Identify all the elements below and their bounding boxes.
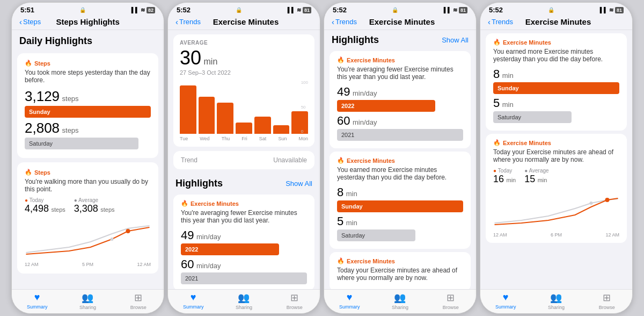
ex-category-4a: Exercise Minutes <box>503 39 551 46</box>
ex-metric-3a1: 49 min/day <box>337 85 463 99</box>
tab-browse-3[interactable]: ⊞ Browse <box>426 292 476 310</box>
nav-bar-2: ‹ Trends Exercise Minutes <box>168 15 320 30</box>
metric-unit-1: steps <box>62 95 79 103</box>
ex-label-2: 🔥 Exercise Minutes <box>181 200 307 207</box>
show-all-2[interactable]: Show All <box>286 179 312 188</box>
lock-icon-3: 🔒 <box>392 7 398 13</box>
nav-title-3: Exercise Minutes <box>357 17 447 26</box>
ex-label-4a: 🔥 Exercise Minutes <box>493 39 619 46</box>
flame-icon-3b: 🔥 <box>337 157 345 164</box>
svg-point-0 <box>126 229 130 233</box>
bar-col-5 <box>273 125 290 134</box>
heart-icon-4: ♥ <box>503 292 509 303</box>
axis-label-4-2: 12 AM <box>605 232 619 238</box>
line-chart-1 <box>25 218 151 261</box>
bar-orange-3b: Sunday <box>337 200 463 212</box>
screen-content-1[interactable]: Daily Highlights 🔥 Steps You took more s… <box>12 30 164 289</box>
tab-sharing-3[interactable]: 👥 Sharing <box>375 292 425 310</box>
status-bar-3: 5:52 🔒 ▌▌ ≋ 81 <box>324 3 476 15</box>
heart-icon-3: ♥ <box>347 292 353 303</box>
battery-icon-3: 81 <box>459 7 467 13</box>
today-stat: ● Today 4,498 steps <box>25 197 65 214</box>
tab-browse-4[interactable]: ⊞ Browse <box>582 292 632 310</box>
nav-title-1: Steps Highlights <box>41 17 135 26</box>
bar-col-0 <box>180 85 196 134</box>
ex-unit-1: min/day <box>196 233 221 241</box>
nav-back-2[interactable]: ‹ Trends <box>175 17 201 26</box>
bar-col-3 <box>236 123 252 134</box>
steps-desc-2: You're walking more than you usually do … <box>25 178 151 193</box>
screen-content-4[interactable]: 🔥 Exercise Minutes You earned more Exerc… <box>480 30 632 289</box>
tab-browse-2[interactable]: ⊞ Browse <box>269 292 320 310</box>
ex-val-3b1: 8 <box>337 185 343 199</box>
ex-label-3b: 🔥 Exercise Minutes <box>337 157 463 164</box>
nav-back-4[interactable]: ‹ Trends <box>488 17 513 26</box>
tab-browse-1[interactable]: ⊞ Browse <box>113 292 164 310</box>
tab-summary-3[interactable]: ♥ Summary <box>324 292 375 310</box>
avg-dot-4: ● <box>524 168 528 174</box>
tab-sharing-4[interactable]: 👥 Sharing <box>531 292 581 310</box>
nav-back-label-4[interactable]: Trends <box>492 18 513 26</box>
tab-summary-4[interactable]: ♥ Summary <box>480 292 531 310</box>
back-chevron-3: ‹ <box>332 17 334 26</box>
nav-back-label-1[interactable]: Steps <box>23 18 41 26</box>
tab-browse-label-4: Browse <box>599 305 615 310</box>
battery-icon-1: 82 <box>147 7 155 13</box>
metric-row-1: 3,129 steps <box>25 88 151 105</box>
ex-metric-3b2: 5 min <box>337 214 463 228</box>
avg-unit-4: min <box>538 177 547 183</box>
sharing-icon-4: 👥 <box>550 292 562 304</box>
show-all-3[interactable]: Show All <box>442 36 469 44</box>
nav-title-2: Exercise Minutes <box>201 17 291 26</box>
today-stat-4: ● Today 16 min <box>493 168 516 185</box>
bar-gray-3b: Saturday <box>337 229 415 241</box>
tab-summary-2[interactable]: ♥ Summary <box>168 292 218 310</box>
status-bar-2: 5:52 🔒 ▌▌ ≋ 81 <box>168 3 320 15</box>
screen-content-3[interactable]: Highlights Show All 🔥 Exercise Minutes Y… <box>324 30 476 289</box>
day-thu: Thu <box>222 136 230 141</box>
ex-unit-3b2: min <box>346 219 357 227</box>
tab-sharing-label-2: Sharing <box>236 305 252 310</box>
avg-label-1: ● Average <box>74 197 115 203</box>
nav-back-label-2[interactable]: Trends <box>179 18 201 26</box>
wifi-icon-2: ≋ <box>297 7 301 13</box>
metric-unit-2: steps <box>62 126 79 134</box>
sharing-icon-3: 👥 <box>394 292 406 304</box>
flame-icon-2: 🔥 <box>25 169 32 176</box>
tab-summary-label-2: Summary <box>183 304 204 310</box>
tab-sharing-2[interactable]: 👥 Sharing <box>218 292 269 310</box>
tab-sharing-1[interactable]: 👥 Sharing <box>62 292 113 310</box>
ex-val-1: 49 <box>181 228 194 242</box>
tab-browse-label-2: Browse <box>287 305 303 310</box>
highlights-title-3: Highlights <box>332 34 379 46</box>
tab-sharing-label-3: Sharing <box>392 305 408 310</box>
flame-icon-1: 🔥 <box>25 60 32 67</box>
nav-back-label-3[interactable]: Trends <box>335 18 357 26</box>
ex-val-3a2: 60 <box>337 114 350 127</box>
status-time-4: 5:52 <box>489 6 503 14</box>
avg-label-4: ● Average <box>524 168 548 174</box>
nav-back-3[interactable]: ‹ Trends <box>332 17 357 26</box>
axis-label-1-0: 12 AM <box>25 262 39 267</box>
flame-icon-3c: 🔥 <box>337 257 345 264</box>
nav-bar-4: ‹ Trends Exercise Minutes <box>480 15 632 30</box>
avg-stat-4: ● Average 15 min <box>524 168 548 185</box>
ex-desc-3b: You earned more Exercise minutes yesterd… <box>337 166 463 181</box>
bar-orange-4a: Sunday <box>493 82 619 94</box>
highlights-header-3: Highlights Show All <box>324 30 476 48</box>
nav-back-1[interactable]: ‹ Steps <box>19 17 41 26</box>
y-label-50: 50 <box>301 105 308 110</box>
tab-summary-1[interactable]: ♥ Summary <box>12 292 62 310</box>
steps-category-2: Steps <box>34 169 50 176</box>
highlight-card-3c: 🔥 Exercise Minutes Today your Exercise m… <box>330 252 471 289</box>
steps-card-1: 🔥 Steps You took more steps yesterday th… <box>17 53 158 158</box>
today-value-row: 4,498 steps <box>25 203 65 214</box>
svg-point-2 <box>605 198 610 202</box>
browse-icon-4: ⊞ <box>603 292 611 304</box>
back-chevron-4: ‹ <box>488 17 491 26</box>
phone-3: 5:52 🔒 ▌▌ ≋ 81 ‹ Trends Exercise Minutes… <box>324 2 477 314</box>
bar-chart-wrapper: 100 50 0 <box>180 80 308 134</box>
screen-content-2[interactable]: AVERAGE 30 min 27 Sep–3 Oct 2022 100 50 … <box>168 30 320 289</box>
browse-icon-3: ⊞ <box>447 292 455 304</box>
wifi-icon-4: ≋ <box>609 7 613 13</box>
